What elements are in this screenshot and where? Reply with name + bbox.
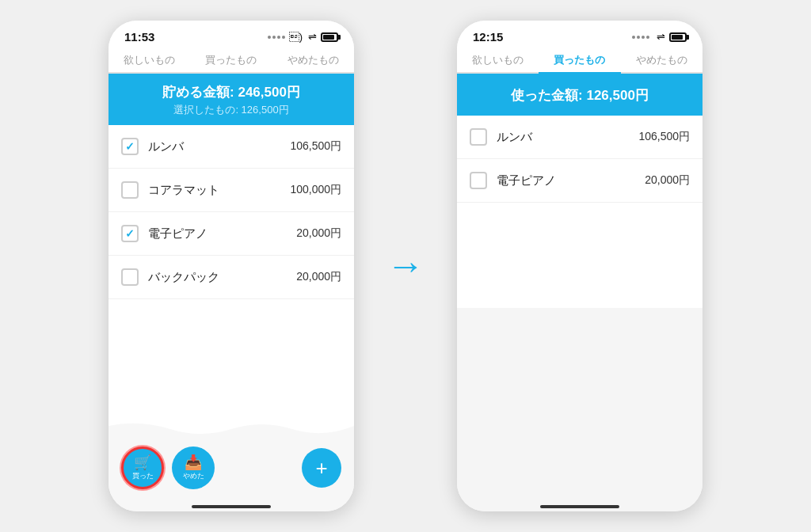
status-icons-right: ⇌ (632, 31, 687, 43)
list-item: ルンバ 106,500円 (109, 125, 354, 169)
item-name-backpack: バックパック (148, 270, 287, 285)
bought-button[interactable]: 🛒 買った (121, 446, 164, 489)
tab-hoshii[interactable]: 欲しいもの (109, 47, 190, 72)
dot2 (637, 36, 640, 39)
archive-icon: 📥 (185, 455, 202, 469)
dot2 (272, 36, 276, 39)
list-item: ルンバ 106,500円 (457, 116, 702, 159)
item-price-piano-right: 20,000円 (645, 173, 690, 188)
item-name-piano: 電子ピアノ (148, 226, 287, 241)
item-price-roomba-right: 106,500円 (638, 130, 690, 144)
checkbox-piano[interactable] (121, 225, 139, 242)
dot4 (282, 36, 285, 39)
list-item: 電子ピアノ 20,000円 (457, 159, 702, 203)
checkbox-koala[interactable] (121, 181, 139, 199)
status-bar-left: 11:53 ) ⇌ (109, 21, 354, 47)
add-icon: + (315, 456, 327, 481)
checkbox-piano-right[interactable] (470, 172, 487, 189)
battery-icon-right (669, 32, 687, 42)
checkbox-backpack[interactable] (121, 268, 139, 286)
signal-dots-right (632, 36, 649, 39)
item-price-piano: 20,000円 (296, 226, 341, 241)
header-banner-right: 使った金額: 126,500円 (457, 74, 702, 116)
left-phone: 11:53 ) ⇌ 欲しいもの 買ったもの やめたもの 貯める金額: 246,… (109, 21, 354, 511)
item-price-backpack: 20,000円 (296, 270, 341, 284)
status-icons-left: ) ⇌ (268, 31, 338, 43)
list-item: コアラマット 100,000円 (109, 169, 354, 212)
list-item: 電子ピアノ 20,000円 (109, 212, 354, 256)
checkbox-roomba-right[interactable] (470, 128, 487, 146)
cart-icon: 🛒 (134, 455, 151, 469)
dot1 (632, 36, 635, 39)
wifi-icon-sym: ⇌ (308, 31, 317, 43)
arrow-icon: → (386, 247, 425, 285)
header-banner-left: 貯める金額: 246,500円 選択したもの: 126,500円 (109, 74, 354, 125)
item-list-left: ルンバ 106,500円 コアラマット 100,000円 電子ピアノ 20,00… (109, 125, 354, 420)
empty-space-right (457, 308, 702, 500)
wifi-icon-right: ⇌ (657, 31, 665, 43)
transition-arrow: → (386, 247, 425, 285)
tabs-right: 欲しいもの 買ったもの やめたもの (457, 47, 702, 74)
bought-label: 買った (132, 471, 154, 481)
item-name-roomba-right: ルンバ (497, 130, 629, 145)
home-bar-right (540, 505, 619, 508)
tabs-left: 欲しいもの 買ったもの やめたもの (109, 47, 354, 74)
item-name-roomba: ルンバ (148, 139, 280, 154)
battery-fill (323, 35, 334, 40)
signal-dots (268, 36, 285, 39)
item-name-piano-right: 電子ピアノ (497, 173, 635, 188)
tab-katta[interactable]: 買ったもの (190, 47, 272, 72)
item-price-roomba: 106,500円 (290, 139, 341, 154)
home-indicator-right (457, 500, 702, 511)
dot1 (268, 36, 271, 39)
list-item: バックパック 20,000円 (109, 256, 354, 299)
right-phone: 12:15 ⇌ 欲しいもの 買ったもの やめたもの 使った金額: 126,500… (457, 21, 702, 511)
home-indicator-left (109, 500, 354, 511)
quit-button[interactable]: 📥 やめた (172, 446, 215, 489)
item-name-koala: コアラマット (148, 183, 280, 198)
item-list-right: ルンバ 106,500円 電子ピアノ 20,000円 (457, 116, 702, 308)
wifi-icon: ) (289, 31, 303, 43)
quit-label: やめた (183, 471, 204, 481)
tab-katta-right[interactable]: 買ったもの (539, 47, 620, 72)
tab-hoshii-right[interactable]: 欲しいもの (457, 47, 539, 72)
dot3 (642, 36, 645, 39)
item-price-koala: 100,000円 (290, 183, 341, 197)
time-right: 12:15 (473, 30, 503, 44)
bottom-toolbar-left: 🛒 買った 📥 やめた + (109, 439, 354, 500)
tab-yameta-right[interactable]: やめたもの (621, 47, 702, 72)
home-bar (192, 505, 271, 508)
dot3 (277, 36, 280, 39)
battery-icon (321, 32, 338, 42)
status-bar-right: 12:15 ⇌ (457, 21, 702, 47)
banner-main-right: 使った金額: 126,500円 (470, 86, 690, 104)
add-button[interactable]: + (302, 448, 341, 488)
checkbox-roomba[interactable] (121, 138, 139, 155)
tab-yameta[interactable]: やめたもの (272, 47, 354, 72)
banner-sub-left: 選択したもの: 126,500円 (121, 103, 341, 117)
battery-fill-right (672, 35, 683, 40)
dot4 (646, 36, 649, 39)
time-left: 11:53 (124, 30, 154, 44)
wave-divider (109, 420, 354, 439)
banner-main-left: 貯める金額: 246,500円 (121, 83, 341, 101)
